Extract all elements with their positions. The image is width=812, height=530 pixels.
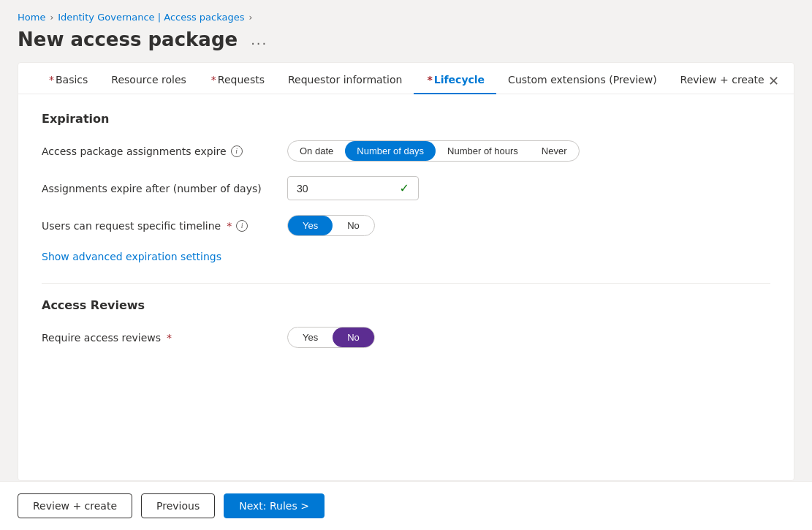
tab-custom-extensions[interactable]: Custom extensions (Preview) [496,64,669,94]
form-area: Expiration Access package assignments ex… [18,94,794,480]
previous-button[interactable]: Previous [141,493,215,518]
tab-review-create[interactable]: Review + create [669,64,776,94]
review-create-button[interactable]: Review + create [18,493,132,518]
timeline-row: Users can request specific timeline * i … [42,215,770,236]
page-title-row: New access package ... [18,29,794,50]
days-input-container: ✓ [287,176,419,200]
page-container: Home › Identity Governance | Access pack… [0,0,812,530]
tabs-container: *Basics Resource roles *Requests Request… [18,63,794,94]
form-card: ✕ *Basics Resource roles *Requests Reque… [18,62,794,481]
breadcrumb: Home › Identity Governance | Access pack… [18,12,794,23]
require-reviews-yes-button[interactable]: Yes [288,328,333,347]
require-reviews-star: * [167,332,172,344]
timeline-toggle: Yes No [287,215,375,236]
days-expire-label: Assignments expire after (number of days… [42,183,276,194]
tab-lifecycle[interactable]: *Lifecycle [414,64,496,94]
section-divider [42,283,770,284]
expiration-number-days[interactable]: Number of days [345,141,436,161]
breadcrumb-home[interactable]: Home [18,12,45,23]
days-check-icon: ✓ [400,181,409,195]
access-reviews-title: Access Reviews [42,298,770,312]
require-reviews-row: Require access reviews * Yes No [42,327,770,348]
main-content: Home › Identity Governance | Access pack… [0,0,812,481]
expiration-type-control: On date Number of days Number of hours N… [287,140,580,162]
timeline-no-button[interactable]: No [333,216,374,235]
require-reviews-no-button[interactable]: No [333,328,374,347]
expiration-on-date[interactable]: On date [288,141,345,161]
breadcrumb-sep2: › [249,12,253,23]
footer: Review + create Previous Next: Rules > [0,481,812,530]
next-button[interactable]: Next: Rules > [224,493,325,518]
tab-resource-roles[interactable]: Resource roles [99,64,197,94]
breadcrumb-sep1: › [50,12,53,23]
tab-requests[interactable]: *Requests [198,64,276,94]
assignments-expire-info-icon[interactable]: i [231,145,243,157]
requests-required-star: * [211,74,216,86]
require-reviews-label: Require access reviews * [42,332,276,344]
show-advanced-link[interactable]: Show advanced expiration settings [42,251,221,262]
timeline-info-icon[interactable]: i [236,220,248,232]
lifecycle-required-star: * [427,74,432,86]
expiration-number-hours[interactable]: Number of hours [436,141,530,161]
days-expire-row: Assignments expire after (number of days… [42,176,770,200]
timeline-yes-button[interactable]: Yes [288,216,333,235]
timeline-label: Users can request specific timeline * i [42,220,276,232]
breadcrumb-governance[interactable]: Identity Governance | Access packages [58,12,244,23]
page-title: New access package [18,29,238,50]
tab-basics[interactable]: *Basics [36,64,99,94]
assignments-expire-label: Access package assignments expire i [42,145,276,157]
basics-required-star: * [49,74,54,86]
expiration-never[interactable]: Never [530,141,579,161]
more-options-button[interactable]: ... [245,29,273,50]
days-input[interactable] [297,183,394,194]
timeline-required-star: * [227,220,232,232]
assignments-expire-row: Access package assignments expire i On d… [42,140,770,162]
expiration-section-title: Expiration [42,112,770,126]
tab-requestor-info[interactable]: Requestor information [276,64,414,94]
require-reviews-toggle: Yes No [287,327,375,348]
